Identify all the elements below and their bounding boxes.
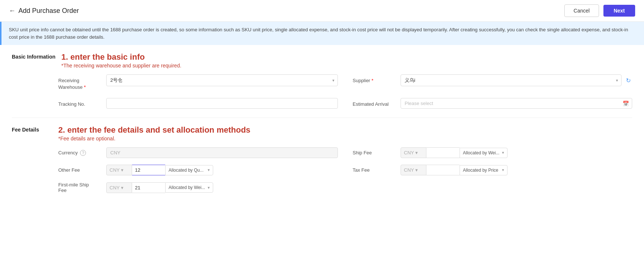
page-title: Add Purchase Order — [18, 7, 79, 15]
ship-fee-alloc-label: Allocated by Wei... — [463, 150, 499, 155]
first-mile-fee-control: CNY ▾ Allocated by Wei... ▾ — [106, 182, 338, 193]
section-divider — [12, 118, 632, 118]
tax-fee-currency: CNY — [404, 167, 414, 173]
required-mark: * — [84, 84, 86, 90]
receiving-warehouse-value: 2号仓 — [110, 77, 122, 84]
header-actions: Cancel Next — [564, 4, 635, 17]
chevron-down-icon: ▾ — [121, 185, 124, 190]
currency-control: CNY — [106, 147, 338, 158]
ship-fee-alloc-select[interactable]: Allocated by Wei... ▾ — [460, 148, 508, 158]
back-arrow-icon[interactable]: ← — [9, 7, 15, 15]
other-fee-field: Other Fee CNY ▾ Allocated by Qu... ▾ — [58, 165, 338, 175]
ship-fee-currency-select[interactable]: CNY ▾ — [401, 147, 426, 158]
receiving-warehouse-label: ReceivingWarehouse * — [58, 74, 103, 91]
chevron-down-icon: ▾ — [415, 150, 418, 155]
tax-fee-alloc-select[interactable]: Allocated by Price ▾ — [460, 165, 508, 175]
receiving-warehouse-control: 2号仓 ▾ — [106, 74, 338, 86]
estimated-arrival-label: Estimated Arrival — [353, 98, 397, 108]
step2-sub: *Fee details are optional. — [58, 136, 250, 141]
cancel-button[interactable]: Cancel — [564, 4, 599, 17]
estimated-arrival-picker[interactable]: Please select 📅 — [401, 98, 632, 109]
first-mile-fee-input[interactable] — [132, 182, 165, 193]
first-mile-alloc-label: Allocated by Wei... — [169, 185, 205, 190]
basic-info-section: Basic Information 1. enter the basic inf… — [12, 52, 632, 109]
fee-details-form: Currency ? CNY Ship Fee CNY ▾ Allo — [58, 147, 632, 193]
fee-details-title: Fee Details — [12, 125, 52, 133]
tracking-no-control — [106, 98, 338, 109]
basic-info-form: ReceivingWarehouse * 2号仓 ▾ Supplier * — [58, 74, 632, 109]
other-fee-label: Other Fee — [58, 167, 103, 173]
supplier-value: 义乌i — [405, 77, 450, 84]
tax-fee-alloc-label: Allocated by Price — [463, 168, 498, 173]
tracking-no-input[interactable] — [106, 98, 338, 109]
tracking-no-field: Tracking No. — [58, 98, 338, 109]
other-fee-control: CNY ▾ Allocated by Qu... ▾ — [106, 165, 338, 175]
tax-fee-currency-select[interactable]: CNY ▾ — [401, 165, 426, 175]
fee-details-section: Fee Details 2. enter the fee details and… — [12, 125, 632, 193]
next-button[interactable]: Next — [603, 5, 635, 17]
fee-details-header: Fee Details 2. enter the fee details and… — [12, 125, 632, 141]
supplier-select[interactable]: 义乌i ▾ — [401, 74, 622, 86]
step1-sub: *The receiving warehouse and supplier ar… — [61, 63, 181, 69]
other-fee-currency-select[interactable]: CNY ▾ — [106, 165, 132, 175]
tax-fee-field: Tax Fee CNY ▾ Allocated by Price ▾ — [353, 165, 632, 175]
tax-fee-label: Tax Fee — [353, 167, 397, 173]
step1-label: 1. enter the basic info — [61, 52, 181, 62]
chevron-down-icon: ▾ — [208, 185, 210, 190]
first-mile-fee-label: First-mile ShipFee — [58, 182, 103, 193]
first-mile-alloc-select[interactable]: Allocated by Wei... ▾ — [165, 182, 213, 193]
estimated-arrival-control: Please select 📅 — [401, 98, 632, 109]
chevron-down-icon: ▾ — [415, 167, 418, 173]
other-fee-alloc-label: Allocated by Qu... — [169, 168, 204, 173]
other-fee-currency: CNY — [110, 167, 120, 173]
ship-fee-input[interactable] — [426, 147, 460, 158]
chevron-down-icon: ▾ — [616, 78, 618, 83]
currency-field: Currency ? CNY — [58, 147, 338, 158]
first-mile-fee-field: First-mile ShipFee CNY ▾ Allocated by We… — [58, 182, 338, 193]
tax-fee-control: CNY ▾ Allocated by Price ▾ — [401, 165, 632, 175]
first-mile-currency: CNY — [110, 185, 120, 190]
first-mile-currency-select[interactable]: CNY ▾ — [106, 182, 132, 193]
tracking-no-label: Tracking No. — [58, 98, 103, 108]
fee-details-step: 2. enter the fee details and set allocat… — [58, 125, 250, 141]
main-content: Basic Information 1. enter the basic inf… — [0, 45, 644, 209]
other-fee-alloc-select[interactable]: Allocated by Qu... ▾ — [165, 165, 213, 175]
basic-info-title: Basic Information — [12, 52, 55, 60]
ship-fee-currency: CNY — [404, 150, 414, 155]
refresh-icon[interactable]: ↻ — [624, 76, 632, 85]
chevron-down-icon: ▾ — [208, 168, 210, 172]
supplier-field: Supplier * 义乌i ▾ ↻ — [353, 74, 632, 91]
currency-value: CNY — [106, 147, 338, 158]
estimated-arrival-placeholder: Please select — [405, 101, 433, 106]
supplier-label: Supplier * — [353, 74, 397, 84]
basic-info-header: Basic Information 1. enter the basic inf… — [12, 52, 632, 69]
info-banner: SKU unit price info cannot be obtained u… — [0, 22, 644, 45]
estimated-arrival-field: Estimated Arrival Please select 📅 — [353, 98, 632, 109]
step2-label: 2. enter the fee details and set allocat… — [58, 125, 250, 135]
chevron-down-icon: ▾ — [502, 168, 504, 172]
ship-fee-label: Ship Fee — [353, 150, 397, 155]
chevron-down-icon: ▾ — [332, 78, 335, 83]
chevron-down-icon: ▾ — [121, 167, 124, 173]
currency-info-icon[interactable]: ? — [80, 150, 86, 156]
supplier-control: 义乌i ▾ ↻ — [401, 74, 632, 86]
required-mark: * — [371, 78, 373, 83]
receiving-warehouse-select[interactable]: 2号仓 ▾ — [106, 74, 338, 86]
header-left: ← Add Purchase Order — [9, 7, 79, 15]
tax-fee-input[interactable] — [426, 165, 460, 175]
basic-info-step: 1. enter the basic info *The receiving w… — [61, 52, 181, 69]
calendar-icon: 📅 — [623, 101, 629, 106]
other-fee-input[interactable] — [132, 165, 165, 175]
currency-label: Currency ? — [58, 150, 103, 156]
header: ← Add Purchase Order Cancel Next — [0, 0, 644, 22]
supplier-row: 义乌i ▾ ↻ — [401, 74, 632, 86]
banner-text: SKU unit price info cannot be obtained u… — [9, 27, 628, 40]
receiving-warehouse-field: ReceivingWarehouse * 2号仓 ▾ — [58, 74, 338, 91]
chevron-down-icon: ▾ — [502, 150, 504, 155]
ship-fee-field: Ship Fee CNY ▾ Allocated by Wei... ▾ — [353, 147, 632, 158]
ship-fee-control: CNY ▾ Allocated by Wei... ▾ — [401, 147, 632, 158]
